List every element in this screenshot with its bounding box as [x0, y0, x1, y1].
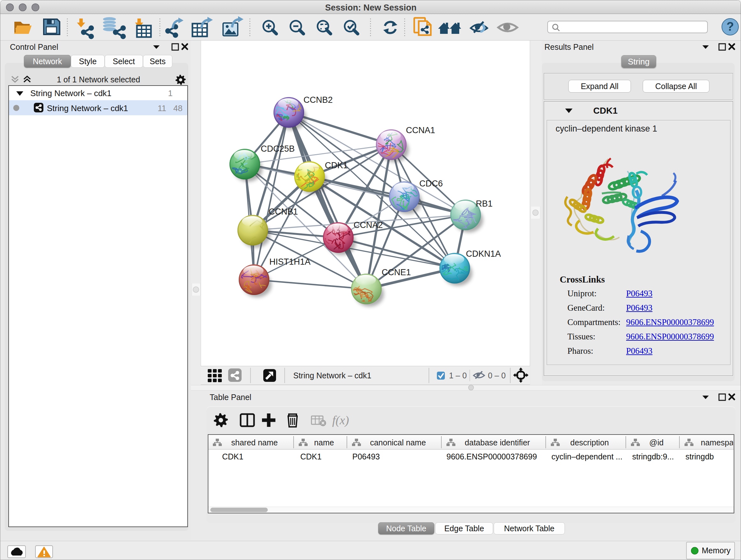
svg-text:RB1: RB1	[476, 199, 493, 208]
svg-text:0 – 0: 0 – 0	[488, 371, 506, 380]
svg-text:String Network – cdk1: String Network – cdk1	[293, 371, 372, 380]
svg-text:shared name: shared name	[231, 438, 278, 447]
svg-text:CDK1: CDK1	[325, 161, 348, 170]
svg-text:CDC25B: CDC25B	[261, 144, 295, 153]
svg-text:1 – 0: 1 – 0	[449, 371, 467, 380]
svg-text:CCNA1: CCNA1	[406, 125, 435, 135]
svg-text:database identifier: database identifier	[465, 438, 530, 447]
svg-text:CCNB2: CCNB2	[304, 95, 333, 105]
svg-text:CDC6: CDC6	[419, 179, 443, 188]
svg-text:f(x): f(x)	[332, 414, 349, 427]
svg-text:HIST1H1A: HIST1H1A	[269, 257, 311, 266]
svg-text:description: description	[570, 438, 609, 447]
svg-text:CDKN1A: CDKN1A	[466, 249, 501, 259]
svg-text:name: name	[314, 438, 334, 447]
svg-text:CCNB1: CCNB1	[269, 207, 298, 216]
svg-text:namespace: namespace	[701, 438, 733, 447]
svg-text:CCNA2: CCNA2	[354, 220, 383, 230]
svg-text:?: ?	[726, 20, 734, 33]
svg-text:CCNE1: CCNE1	[382, 267, 411, 277]
svg-text:canonical name: canonical name	[370, 438, 426, 447]
svg-text:@id: @id	[650, 438, 664, 447]
